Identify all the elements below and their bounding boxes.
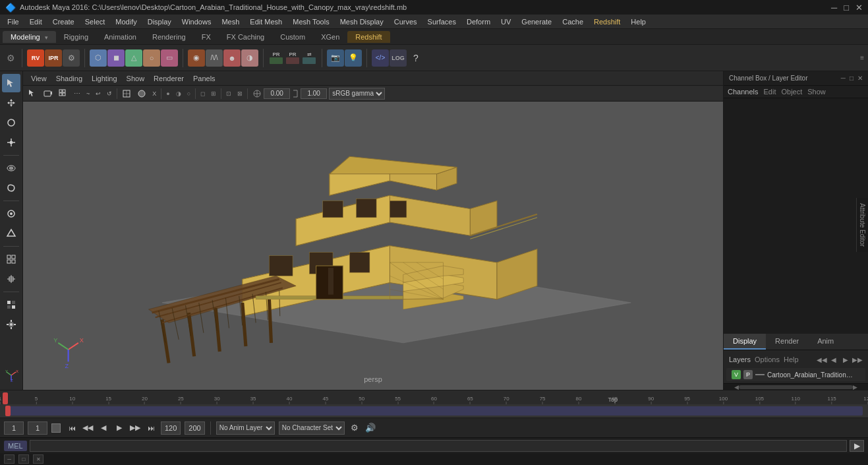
- menu-select[interactable]: Select: [80, 16, 110, 27]
- help-tool-button[interactable]: ?: [407, 49, 424, 67]
- minimize-button[interactable]: ─: [831, 3, 837, 13]
- render-settings-button[interactable]: ⚙: [63, 49, 80, 67]
- pr-arrows-button[interactable]: ⇄: [301, 51, 317, 64]
- mel-label[interactable]: MEL: [4, 441, 27, 451]
- object-tab[interactable]: Object: [781, 88, 802, 96]
- panel-max-button[interactable]: □: [850, 75, 854, 82]
- mel-run-button[interactable]: ▶: [850, 440, 864, 452]
- tab-fx[interactable]: FX: [194, 31, 219, 43]
- scroll-right-arrow[interactable]: ▶: [853, 384, 857, 390]
- edit-tab[interactable]: Edit: [763, 88, 776, 96]
- close-button[interactable]: ✕: [855, 3, 863, 13]
- character-set-select[interactable]: No Character Set: [279, 421, 345, 435]
- menu-surfaces[interactable]: Surfaces: [423, 16, 461, 27]
- snap-tool-button[interactable]: [2, 270, 20, 288]
- win-close-button[interactable]: ✕: [33, 454, 43, 464]
- tab-animation[interactable]: Animation: [96, 31, 144, 43]
- viewport-menu-show[interactable]: Show: [123, 73, 149, 84]
- layers-prev-button[interactable]: ◀: [828, 354, 839, 365]
- create-poly-torus-button[interactable]: ○: [143, 49, 160, 67]
- create-poly-cone-button[interactable]: △: [125, 49, 142, 67]
- vp-camera-fit-btn[interactable]: ⊡: [223, 87, 234, 100]
- viewport-menu-lighting[interactable]: Lighting: [88, 73, 121, 84]
- audio-button[interactable]: 🔊: [364, 422, 376, 434]
- axis-display-button[interactable]: X Y Z: [2, 366, 20, 385]
- timeline-cursor[interactable]: [5, 406, 11, 416]
- tab-custom[interactable]: Custom: [272, 31, 313, 43]
- total-frames-field[interactable]: 200: [185, 421, 204, 435]
- render-view-button[interactable]: RV: [27, 49, 44, 67]
- script-editor-button[interactable]: </>: [372, 49, 389, 67]
- step-forward-button[interactable]: ▶▶: [129, 422, 141, 434]
- tab-rendering[interactable]: Rendering: [144, 31, 194, 43]
- menu-redshift[interactable]: Redshift: [589, 16, 625, 27]
- vp-wireframe-btn[interactable]: [119, 87, 134, 100]
- vertex-tool-button[interactable]: [2, 224, 20, 243]
- menu-create[interactable]: Create: [48, 16, 79, 27]
- vp-xray-btn[interactable]: X: [150, 87, 159, 100]
- menu-edit[interactable]: Edit: [25, 16, 47, 27]
- window-controls[interactable]: ─ □ ✕: [831, 3, 863, 13]
- channels-tab[interactable]: Channels: [728, 88, 758, 96]
- move-tool-button[interactable]: [2, 94, 20, 112]
- pr-ipr-button[interactable]: PR: [285, 51, 301, 64]
- settings-icon[interactable]: ⚙: [4, 51, 17, 65]
- vp-points-btn[interactable]: ⋯: [71, 87, 83, 100]
- tab-rigging[interactable]: Rigging: [56, 31, 96, 43]
- tab-modeling[interactable]: Modeling ▾: [3, 31, 56, 43]
- camera-tool2-button[interactable]: [2, 204, 20, 223]
- timeline-bar[interactable]: [0, 404, 868, 418]
- grid-tool-button[interactable]: [2, 250, 20, 268]
- mel-input[interactable]: [30, 440, 847, 452]
- layers-help-btn[interactable]: Help: [784, 356, 799, 363]
- vp-ao-btn[interactable]: ○: [185, 87, 193, 100]
- vp-soft-btn[interactable]: ~: [84, 87, 92, 100]
- menu-file[interactable]: File: [3, 16, 24, 27]
- anim-layer-select[interactable]: No Anim Layer: [216, 421, 275, 435]
- toolbar-expand-button[interactable]: ≡: [860, 54, 864, 61]
- vp-camera-btn[interactable]: [41, 87, 55, 100]
- start-frame-field[interactable]: 1: [4, 421, 24, 435]
- skip-end-button[interactable]: ⏭: [145, 422, 157, 434]
- ipr-render-button[interactable]: IPR: [45, 49, 62, 67]
- lasso-tool-button[interactable]: [2, 179, 20, 197]
- menu-deform[interactable]: Deform: [462, 16, 495, 27]
- menu-mesh-tools[interactable]: Mesh Tools: [288, 16, 333, 27]
- viewport-menu-renderer[interactable]: Renderer: [150, 73, 188, 84]
- horizontal-scrollbar[interactable]: ◀ ▶: [724, 383, 868, 390]
- vp-smooth-btn[interactable]: [134, 87, 149, 100]
- viewport-menu-view[interactable]: View: [27, 73, 51, 84]
- menu-windows[interactable]: Windows: [177, 16, 216, 27]
- menu-display[interactable]: Display: [143, 16, 176, 27]
- timeline-ruler[interactable]: 1510152025303540455055606570758085909510…: [0, 390, 868, 404]
- menu-mesh[interactable]: Mesh: [217, 16, 244, 27]
- tab-xgen[interactable]: XGen: [313, 31, 347, 43]
- viewport-menu-shading[interactable]: Shading: [52, 73, 86, 84]
- menu-mesh-display[interactable]: Mesh Display: [335, 16, 388, 27]
- scene-view[interactable]: X Y Z persp: [23, 102, 723, 390]
- scale-tool-button[interactable]: [2, 133, 20, 152]
- tab-fx-caching[interactable]: FX Caching: [219, 31, 272, 43]
- create-poly-sphere-button[interactable]: ⬡: [90, 49, 107, 67]
- tool-settings-button[interactable]: [2, 315, 20, 334]
- menu-uv[interactable]: UV: [496, 16, 515, 27]
- current-frame-field[interactable]: 1: [28, 421, 47, 435]
- deform-tool1-button[interactable]: ◉: [188, 49, 205, 67]
- create-poly-cube-button[interactable]: ◼: [107, 49, 125, 67]
- tab-render[interactable]: Render: [766, 334, 808, 350]
- layers-next-button[interactable]: ▶: [840, 354, 851, 365]
- play-back-button[interactable]: ◀: [98, 422, 109, 434]
- vp-isolate-btn[interactable]: ◻: [198, 87, 208, 100]
- menu-help[interactable]: Help: [626, 16, 651, 27]
- vp-select-btn[interactable]: [26, 87, 40, 100]
- create-poly-plane-button[interactable]: ▭: [161, 49, 178, 67]
- rotate-tool-button[interactable]: [2, 113, 20, 132]
- playback-settings-button[interactable]: ⚙: [349, 422, 361, 434]
- transform-y-input[interactable]: [301, 88, 327, 99]
- script-log-button[interactable]: LOG: [390, 49, 407, 67]
- deform-tool3-button[interactable]: ☻: [223, 49, 241, 67]
- range-slider-thumb[interactable]: [51, 423, 61, 433]
- end-frame-field[interactable]: 120: [161, 421, 181, 435]
- vp-bump-btn[interactable]: ●: [163, 87, 172, 100]
- panel-close-button[interactable]: ✕: [857, 75, 863, 82]
